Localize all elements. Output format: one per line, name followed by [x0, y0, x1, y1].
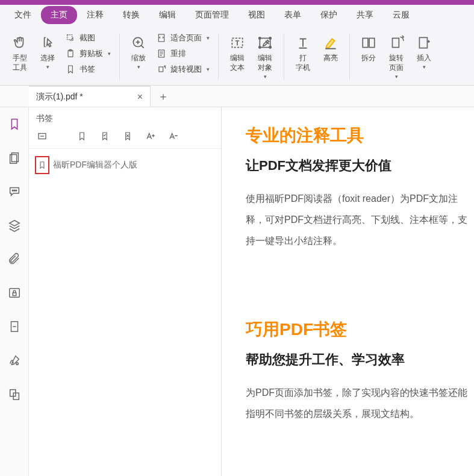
chevron-down-icon — [137, 64, 140, 70]
document-viewport[interactable]: 专业的注释工具 让PDF文档发挥更大价值 使用福昕PDF阅读器（foxit re… — [222, 107, 474, 476]
group-separator — [284, 34, 284, 80]
clipboard-button[interactable]: 剪贴板 — [61, 47, 114, 60]
insert-button[interactable]: 插入 — [410, 30, 438, 83]
chevron-down-icon — [46, 64, 49, 70]
chevron-down-icon — [395, 74, 398, 80]
document-tabs: 演示(1).pdf * × ＋ — [0, 86, 474, 107]
hand-icon — [12, 33, 28, 53]
screenshot-button[interactable]: 截图 — [61, 31, 114, 45]
highlight-button[interactable]: 高亮 — [317, 30, 345, 83]
svg-rect-14 — [369, 38, 375, 47]
svg-point-20 — [14, 190, 15, 191]
rotate-view-label: 旋转视图 — [170, 64, 202, 75]
svg-point-19 — [12, 190, 13, 191]
bookmark-button[interactable]: 书签 — [61, 63, 114, 76]
menu-form[interactable]: 表单 — [275, 6, 311, 24]
svg-point-11 — [259, 46, 261, 48]
reflow-icon — [156, 48, 167, 59]
nav-signatures[interactable] — [6, 352, 23, 369]
menu-home[interactable]: 主页 — [41, 6, 77, 24]
bookmark-label: 书签 — [80, 64, 95, 75]
menu-file[interactable]: 文件 — [5, 6, 41, 24]
zoom-icon — [131, 33, 146, 53]
text-smaller-button[interactable] — [167, 130, 179, 142]
svg-rect-6 — [159, 67, 163, 72]
section1-paragraph: 使用福昕PDF阅读器（foxit reader）为PDF文加注释，可对PDF文档… — [246, 188, 474, 252]
titlebar-accent — [0, 0, 36, 5]
menu-protect[interactable]: 保护 — [311, 6, 347, 24]
menu-cloud[interactable]: 云服 — [383, 6, 419, 24]
insert-label: 插入 — [417, 53, 431, 63]
bookmark-list: 福昕PDF编辑器个人版 — [29, 149, 221, 181]
chevron-down-icon — [207, 35, 210, 41]
svg-point-12 — [269, 46, 271, 48]
nav-security[interactable] — [6, 284, 23, 301]
screenshot-label: 截图 — [80, 33, 95, 43]
menu-share[interactable]: 共享 — [347, 6, 383, 24]
expand-collapse-button[interactable] — [36, 130, 48, 142]
edit-object-label: 编辑 对象 — [258, 53, 272, 72]
rotate-view-button[interactable]: 旋转视图 — [152, 63, 213, 76]
svg-point-9 — [259, 37, 261, 39]
nav-bookmarks[interactable] — [6, 116, 23, 133]
nav-attachments[interactable] — [6, 251, 23, 268]
close-tab-button[interactable]: × — [137, 92, 143, 102]
panel-toolbar — [29, 127, 221, 149]
chevron-down-icon — [264, 74, 267, 80]
bookmark-icon — [65, 64, 76, 75]
nav-layers[interactable] — [6, 217, 23, 234]
side-nav — [0, 107, 29, 476]
bookmark-item[interactable]: 福昕PDF编辑器个人版 — [35, 156, 215, 174]
bookmark-item-icon-highlight — [35, 156, 49, 174]
section1-title: 专业的注释工具 — [246, 124, 474, 147]
clipboard-label: 剪贴板 — [80, 48, 103, 59]
svg-point-25 — [16, 363, 18, 365]
select-label: 选择 — [40, 53, 55, 63]
insert-icon — [416, 33, 432, 53]
edit-text-button[interactable]: 编辑 文本 — [223, 30, 251, 83]
svg-rect-0 — [67, 35, 72, 40]
svg-rect-13 — [363, 38, 368, 47]
document-tab[interactable]: 演示(1).pdf * × — [29, 86, 151, 107]
typewriter-label: 打 字机 — [296, 53, 310, 72]
edit-object-button[interactable]: 编辑 对象 — [251, 30, 279, 83]
menu-view[interactable]: 视图 — [239, 6, 275, 24]
fit-page-button[interactable]: 适合页面 — [152, 31, 213, 45]
zoom-button[interactable]: 缩放 — [125, 30, 152, 83]
bookmark-delete-button[interactable] — [122, 130, 134, 142]
chevron-down-icon — [207, 66, 210, 72]
fit-page-icon — [156, 33, 167, 43]
chevron-down-icon — [108, 51, 111, 57]
new-bookmark-button[interactable] — [76, 130, 88, 142]
typewriter-button[interactable]: 打 字机 — [289, 30, 317, 83]
edit-text-icon — [229, 33, 245, 53]
reflow-button[interactable]: 重排 — [152, 47, 213, 60]
select-icon — [40, 33, 55, 53]
edit-text-label: 编辑 文本 — [230, 53, 245, 72]
reflow-label: 重排 — [170, 48, 186, 59]
select-tool-button[interactable]: 选择 — [34, 30, 61, 83]
section2-paragraph: 为PDF页面添加书签，除了实现内容的快速书签还能指明不同书签的层级关系，展现文结… — [246, 382, 474, 424]
rotate-page-button[interactable]: 旋转 页面 — [382, 30, 410, 83]
zoom-label: 缩放 — [131, 53, 146, 63]
hand-tool-button[interactable]: 手型 工具 — [6, 30, 34, 83]
main-menu: 文件 主页 注释 转换 编辑 页面管理 视图 表单 保护 共享 云服 — [0, 5, 474, 25]
nav-fields[interactable] — [6, 318, 23, 335]
nav-compare[interactable] — [6, 386, 23, 402]
nav-comments[interactable] — [6, 183, 23, 200]
menu-comment[interactable]: 注释 — [77, 6, 113, 24]
document-tab-label: 演示(1).pdf * — [36, 92, 83, 102]
section2-subtitle: 帮助您提升工作、学习效率 — [246, 351, 474, 369]
menu-page-manage[interactable]: 页面管理 — [186, 6, 239, 24]
typewriter-icon — [295, 33, 311, 53]
text-larger-button[interactable] — [145, 130, 157, 142]
bookmark-check-button[interactable] — [99, 130, 111, 142]
group-separator — [218, 34, 219, 80]
menu-convert[interactable]: 转换 — [113, 6, 149, 24]
new-tab-button[interactable]: ＋ — [158, 89, 169, 104]
bookmark-panel: 书签 福昕PDF编辑器个人版 — [29, 107, 222, 476]
split-button[interactable]: 拆分 — [355, 30, 382, 83]
nav-pages[interactable] — [6, 149, 23, 166]
menu-edit[interactable]: 编辑 — [149, 6, 186, 24]
svg-rect-15 — [393, 38, 399, 47]
